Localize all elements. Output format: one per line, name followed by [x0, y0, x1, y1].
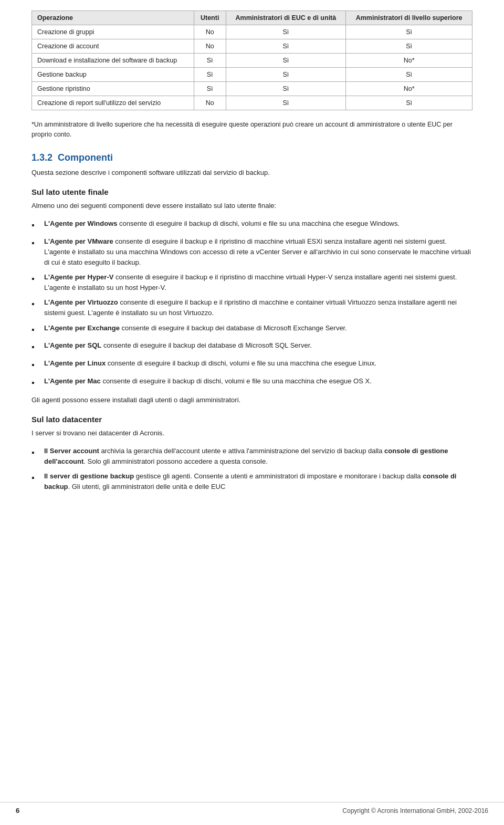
list-item: ▪Il server di gestione backup gestisce g…	[32, 471, 472, 492]
list-item: ▪L'Agente per Linux consente di eseguire…	[32, 358, 472, 372]
bullet-icon: ▪	[32, 341, 41, 354]
table-cell: Download e installazione del software di…	[32, 54, 194, 68]
table-cell: Sì	[194, 68, 226, 82]
section-intro: Questa sezione descrive i componenti sof…	[32, 168, 472, 178]
bullet-text: L'Agente per VMware consente di eseguire…	[44, 236, 472, 268]
table-cell: Sì	[346, 68, 472, 82]
page-number: 6	[16, 807, 19, 814]
list-item: ▪L'Agente per VMware consente di eseguir…	[32, 236, 472, 268]
client-closing: Gli agenti possono essere installati dag…	[32, 395, 472, 405]
list-item: ▪L'Agente per SQL consente di eseguire i…	[32, 340, 472, 354]
table-cell: Sì	[226, 82, 346, 96]
table-cell: No*	[346, 82, 472, 96]
table-cell: Creazione di report sull'utilizzo del se…	[32, 96, 194, 110]
bullet-icon: ▪	[32, 237, 41, 250]
table-row: Creazione di gruppiNoSìSì	[32, 25, 472, 39]
client-side-heading: Sul lato utente finale	[32, 187, 472, 196]
table-row: Creazione di report sull'utilizzo del se…	[32, 96, 472, 110]
client-bullet-list: ▪L'Agente per Windows consente di esegui…	[32, 218, 472, 390]
bullet-text: L'Agente per Exchange consente di esegui…	[44, 323, 472, 333]
bullet-icon: ▪	[32, 298, 41, 311]
page-footer: 6 Copyright © Acronis International GmbH…	[0, 802, 504, 814]
bullet-text: L'Agente per Windows consente di eseguir…	[44, 218, 472, 229]
section-title: Componenti	[58, 152, 113, 163]
bullet-text: L'Agente per Mac consente di eseguire il…	[44, 376, 472, 387]
table-cell: Sì	[226, 54, 346, 68]
bullet-text: Il server di gestione backup gestisce gl…	[44, 471, 472, 492]
table-row: Download e installazione del software di…	[32, 54, 472, 68]
bullet-icon: ▪	[32, 472, 41, 485]
table-cell: Sì	[226, 68, 346, 82]
table-cell: Sì	[346, 96, 472, 110]
col-header-operazione: Operazione	[32, 11, 194, 25]
list-item: ▪L'Agente per Exchange consente di esegu…	[32, 323, 472, 337]
col-header-superiore: Amministratori di livello superiore	[346, 11, 472, 25]
section-heading: 1.3.2 Componenti	[32, 152, 472, 163]
table-cell: Sì	[226, 25, 346, 39]
table-cell: Creazione di account	[32, 39, 194, 54]
list-item: ▪L'Agente per Mac consente di eseguire i…	[32, 376, 472, 390]
bullet-text: Il Server account archivia la gerarchia …	[44, 446, 472, 467]
client-side-intro: Almeno uno dei seguenti componenti deve …	[32, 201, 472, 211]
table-cell: Sì	[194, 54, 226, 68]
bullet-icon: ▪	[32, 377, 41, 390]
bullet-icon: ▪	[32, 446, 41, 460]
table-cell: No*	[346, 54, 472, 68]
bullet-text: L'Agente per Virtuozzo consente di esegu…	[44, 297, 472, 318]
table-cell: Sì	[346, 39, 472, 54]
table-cell: Gestione ripristino	[32, 82, 194, 96]
datacenter-intro: I server si trovano nei datacenter di Ac…	[32, 428, 472, 438]
table-footnote: *Un amministratore di livello superiore …	[32, 120, 472, 140]
copyright-text: Copyright © Acronis International GmbH, …	[342, 807, 488, 814]
table-cell: No	[194, 39, 226, 54]
section-number: 1.3.2	[32, 152, 52, 163]
bullet-text: L'Agente per Linux consente di eseguire …	[44, 358, 472, 369]
bullet-icon: ▪	[32, 219, 41, 232]
table-cell: Sì	[194, 82, 226, 96]
table-row: Gestione ripristinoSìSìNo*	[32, 82, 472, 96]
table-row: Gestione backupSìSìSì	[32, 68, 472, 82]
list-item: ▪L'Agente per Windows consente di esegui…	[32, 218, 472, 232]
table-cell: Sì	[346, 25, 472, 39]
col-header-utenti: Utenti	[194, 11, 226, 25]
table-cell: Sì	[226, 39, 346, 54]
datacenter-bullet-list: ▪Il Server account archivia la gerarchia…	[32, 446, 472, 493]
bullet-text: L'Agente per SQL consente di eseguire il…	[44, 340, 472, 351]
permissions-table: Operazione Utenti Amministratori di EUC …	[32, 11, 472, 110]
table-cell: No	[194, 96, 226, 110]
table-cell: Sì	[226, 96, 346, 110]
datacenter-heading: Sul lato datacenter	[32, 415, 472, 424]
bullet-icon: ▪	[32, 359, 41, 372]
bullet-icon: ▪	[32, 323, 41, 337]
table-cell: Creazione di gruppi	[32, 25, 194, 39]
table-cell: No	[194, 25, 226, 39]
list-item: ▪L'Agente per Hyper-V consente di esegui…	[32, 272, 472, 293]
bullet-text: L'Agente per Hyper-V consente di eseguir…	[44, 272, 472, 293]
list-item: ▪L'Agente per Virtuozzo consente di eseg…	[32, 297, 472, 318]
table-cell: Gestione backup	[32, 68, 194, 82]
list-item: ▪Il Server account archivia la gerarchia…	[32, 446, 472, 467]
table-row: Creazione di accountNoSìSì	[32, 39, 472, 54]
col-header-euc: Amministratori di EUC e di unità	[226, 11, 346, 25]
bullet-icon: ▪	[32, 273, 41, 286]
